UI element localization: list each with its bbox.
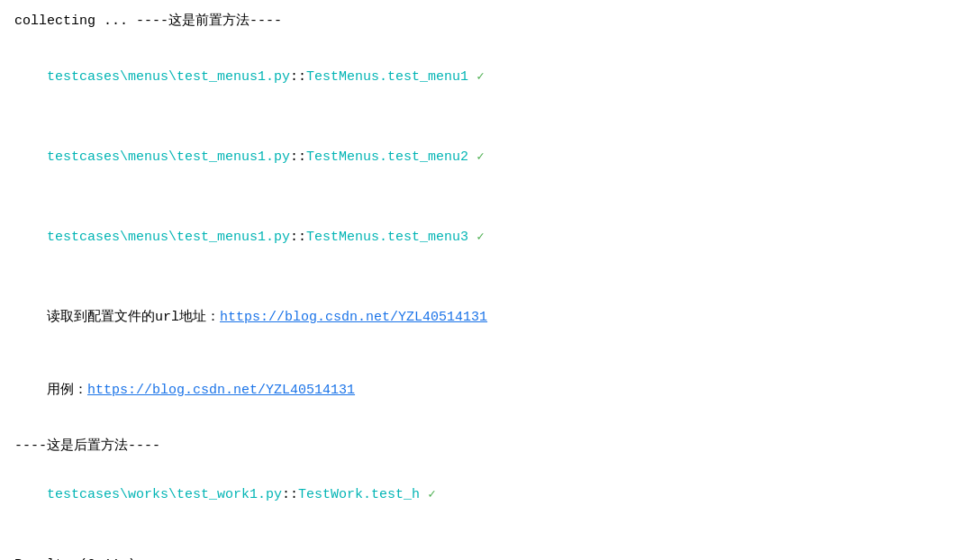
config-url-link[interactable]: https://blog.csdn.net/YZL40514131 — [220, 310, 487, 325]
teardown-test-name: TestWork.test_h — [298, 487, 420, 502]
config-url-line: 读取到配置文件的url地址：https://blog.csdn.net/YZL4… — [14, 281, 957, 354]
teardown-path: testcases\works\test_work1.py — [47, 487, 282, 502]
results-label: Results (0.11s): — [14, 553, 957, 560]
example-url-link[interactable]: https://blog.csdn.net/YZL40514131 — [87, 383, 355, 398]
test-name-1: TestMenus.test_menu1 — [306, 69, 468, 85]
checkmark-3: ✓ — [476, 230, 484, 244]
example-label: 用例： — [47, 383, 87, 398]
config-url-label: 读取到配置文件的url地址： — [47, 310, 220, 325]
terminal-output: collecting ... ----这是前置方法---- testcases\… — [14, 9, 957, 560]
checkmark-2: ✓ — [476, 149, 484, 164]
teardown-checkmark: ✓ — [428, 487, 435, 501]
teardown-line: ----这是后置方法---- — [14, 434, 957, 458]
teardown-test-result: testcases\works\test_work1.py::TestWork.… — [14, 458, 957, 531]
test-name-2: TestMenus.test_menu2 — [306, 149, 468, 165]
test-result-1: testcases\menus\test_menus1.py::TestMenu… — [14, 41, 957, 113]
test-result-3: testcases\menus\test_menus1.py::TestMenu… — [14, 201, 957, 274]
test-path-3: testcases\menus\test_menus1.py — [47, 230, 290, 245]
collecting-line: collecting ... ----这是前置方法---- — [14, 9, 957, 33]
checkmark-1: ✓ — [476, 69, 484, 84]
test-name-3: TestMenus.test_menu3 — [306, 230, 468, 245]
test-result-2: testcases\menus\test_menus1.py::TestMenu… — [14, 121, 957, 194]
test-path-2: testcases\menus\test_menus1.py — [47, 149, 290, 165]
example-url-line: 用例：https://blog.csdn.net/YZL40514131 — [14, 354, 957, 427]
test-path-1: testcases\menus\test_menus1.py — [47, 69, 290, 85]
